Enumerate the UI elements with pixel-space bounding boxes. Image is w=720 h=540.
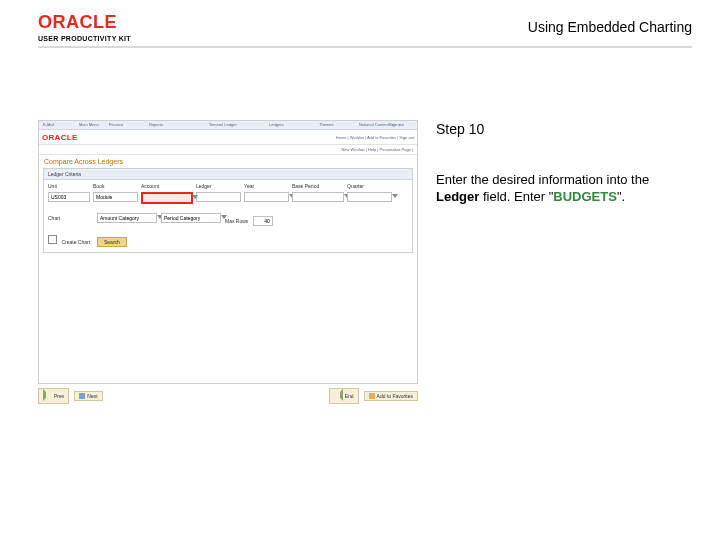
criteria-box-title: Ledger Criteria (44, 169, 412, 180)
amount-category-field[interactable]: Amount Category (97, 213, 157, 223)
chart-display-area (39, 253, 417, 383)
star-icon (369, 393, 375, 399)
app-page-title: Compare Across Ledgers (39, 155, 417, 168)
end-button[interactable]: End (329, 388, 359, 404)
create-chart-checkbox[interactable] (48, 235, 57, 244)
ledger-field[interactable] (196, 192, 241, 202)
arrow-right-icon (334, 389, 343, 401)
page-title: Using Embedded Charting (528, 19, 692, 35)
app-header-links: Home | Worklist | Add to Favorites | Sig… (336, 135, 414, 140)
app-sub-links: New Window | Help | Personalize Page | (39, 145, 417, 155)
player-toolbar: Prev Next End Add to Favorites (38, 388, 418, 404)
header-divider (38, 46, 692, 48)
account-field[interactable] (141, 192, 193, 204)
brand-text: ORACLE (38, 12, 117, 32)
label-ledger: Ledger (196, 183, 241, 189)
label-base-period: Base Period (292, 183, 344, 189)
app-top-nav: E-Mail Main Menu Finance Reports General… (39, 121, 417, 130)
label-unit: Unit (48, 183, 90, 189)
square-icon (79, 393, 85, 399)
label-max-rows: Max Rows (225, 218, 248, 224)
field-name-bold: Ledger (436, 189, 479, 204)
label-account: Account (141, 183, 193, 189)
book-field[interactable]: Module (93, 192, 138, 202)
oracle-logo: ORACLE USER PRODUCTIVITY KIT (38, 12, 131, 42)
label-quarter: Quarter (347, 183, 392, 189)
label-chart: Chart (48, 215, 93, 221)
period-category-field[interactable]: Period Category (161, 213, 221, 223)
max-rows-field[interactable]: 40 (253, 216, 273, 226)
search-button[interactable]: Search (97, 237, 127, 247)
label-create-chart: Create Chart (61, 239, 90, 245)
quarter-field[interactable] (347, 192, 392, 202)
year-field[interactable] (244, 192, 289, 202)
brand-sub: USER PRODUCTIVITY KIT (38, 35, 131, 42)
base-period-field[interactable] (292, 192, 344, 202)
entry-value: BUDGETS (553, 189, 617, 204)
screenshot-thumbnail: E-Mail Main Menu Finance Reports General… (38, 120, 418, 404)
unit-field[interactable]: US003 (48, 192, 90, 202)
prev-button[interactable]: Prev (38, 388, 69, 404)
instruction-panel: Step 10 Enter the desired information in… (436, 120, 692, 404)
favorites-button[interactable]: Add to Favorites (364, 391, 418, 401)
next-button[interactable]: Next (74, 391, 102, 401)
instruction-text: Enter the desired information into the L… (436, 171, 692, 206)
arrow-left-icon (43, 389, 52, 401)
step-heading: Step 10 (436, 120, 692, 139)
app-logo: ORACLE (42, 133, 78, 142)
label-book: Book (93, 183, 138, 189)
label-year: Year (244, 183, 289, 189)
